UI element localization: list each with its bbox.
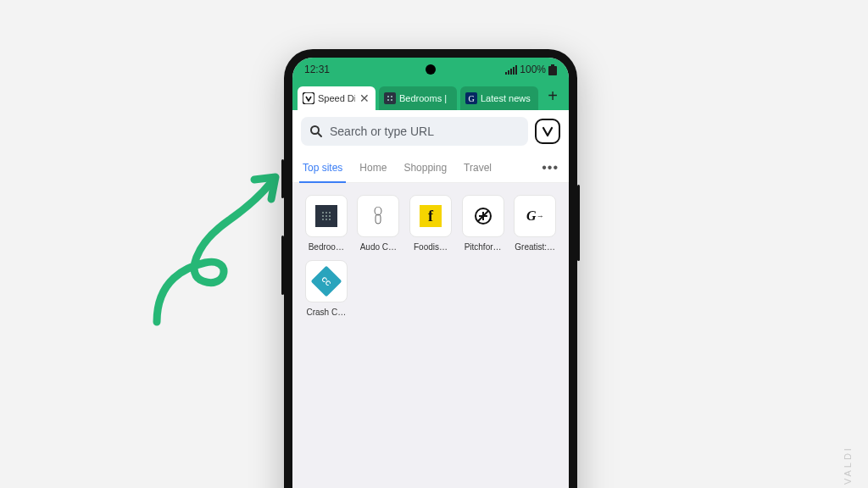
status-bar: 12:31 100% <box>292 58 569 81</box>
svg-rect-7 <box>303 92 314 104</box>
address-bar-row: Search or type URL <box>292 110 569 152</box>
phone-screen: 12:31 100% <box>292 58 569 488</box>
category-shopping[interactable]: Shopping <box>403 152 447 182</box>
speed-dial-foodism[interactable]: f Foodis… <box>409 195 453 252</box>
svg-rect-2 <box>510 69 512 75</box>
speed-dial-grid: Bedroo… Audo C… f Foodis… Pitchfor… G→ <box>292 183 569 329</box>
speed-dial-categories: Top sites Home Shopping Travel ••• <box>292 152 569 183</box>
svg-rect-11 <box>387 99 389 101</box>
speed-dial-label: Pitchfor… <box>461 242 505 252</box>
svg-rect-26 <box>376 214 381 224</box>
svg-rect-6 <box>548 66 557 75</box>
camera-cutout <box>426 64 436 75</box>
speed-dial-pitchfork[interactable]: Pitchfor… <box>461 195 505 252</box>
tab-bedrooms[interactable]: Bedrooms | <box>379 86 457 110</box>
status-time: 12:31 <box>304 64 330 75</box>
speed-dial-label: Greatist:… <box>513 242 557 252</box>
callout-arrow-icon <box>127 161 288 330</box>
svg-rect-0 <box>505 72 507 75</box>
vivaldi-favicon-icon <box>303 92 314 104</box>
svg-rect-18 <box>329 212 331 214</box>
tab-label: Latest news <box>481 93 533 103</box>
address-bar-placeholder: Search or type URL <box>330 125 434 138</box>
speed-dial-greatist[interactable]: G→ Greatist:… <box>513 195 557 252</box>
speed-dial-label: Audo C… <box>357 242 401 252</box>
signal-icon <box>505 65 517 75</box>
speed-dial-audo[interactable]: Audo C… <box>357 195 401 252</box>
more-categories-button[interactable]: ••• <box>542 160 559 175</box>
svg-rect-16 <box>322 212 324 214</box>
address-bar[interactable]: Search or type URL <box>301 117 528 146</box>
speed-dial-label: Bedroo… <box>304 242 348 252</box>
svg-rect-1 <box>508 70 509 75</box>
svg-rect-22 <box>322 219 324 220</box>
svg-rect-23 <box>326 219 327 220</box>
svg-rect-17 <box>326 212 327 214</box>
search-icon <box>309 125 323 138</box>
tab-latest-news[interactable]: G Latest news <box>460 86 538 110</box>
category-home[interactable]: Home <box>359 152 387 182</box>
svg-rect-4 <box>515 65 517 75</box>
speed-dial-label: Foodis… <box>409 242 453 252</box>
speed-dial-bedrooms[interactable]: Bedroo… <box>304 195 348 252</box>
svg-rect-5 <box>551 64 554 66</box>
grid-favicon-icon <box>384 92 396 104</box>
svg-rect-20 <box>326 215 327 217</box>
svg-rect-19 <box>322 215 324 217</box>
status-battery-text: 100% <box>520 64 546 75</box>
speed-dial-crashcourse[interactable]: CC Crash C… <box>304 260 348 317</box>
brand-watermark: VIVALDI <box>843 446 853 488</box>
svg-rect-9 <box>387 96 389 97</box>
svg-line-14 <box>318 133 321 136</box>
speed-dial-label: Crash C… <box>304 308 348 317</box>
battery-icon <box>548 64 557 75</box>
phone-frame: 12:31 100% <box>284 49 577 488</box>
tab-label: Speed Dial <box>318 93 355 103</box>
svg-rect-21 <box>329 215 331 217</box>
tab-label: Bedrooms | <box>399 93 452 103</box>
svg-rect-12 <box>391 99 392 101</box>
svg-rect-24 <box>329 219 331 220</box>
svg-rect-3 <box>513 67 515 75</box>
close-icon[interactable]: ✕ <box>359 92 370 104</box>
category-travel[interactable]: Travel <box>464 152 492 182</box>
svg-rect-10 <box>391 96 392 97</box>
vivaldi-menu-button[interactable] <box>535 119 560 144</box>
guardian-favicon-icon: G <box>465 92 477 104</box>
new-tab-button[interactable]: + <box>542 85 564 107</box>
tab-speed-dial[interactable]: Speed Dial ✕ <box>298 86 376 110</box>
tab-strip: Speed Dial ✕ Bedrooms | G Latest news + <box>292 81 569 110</box>
category-top-sites[interactable]: Top sites <box>303 152 342 182</box>
